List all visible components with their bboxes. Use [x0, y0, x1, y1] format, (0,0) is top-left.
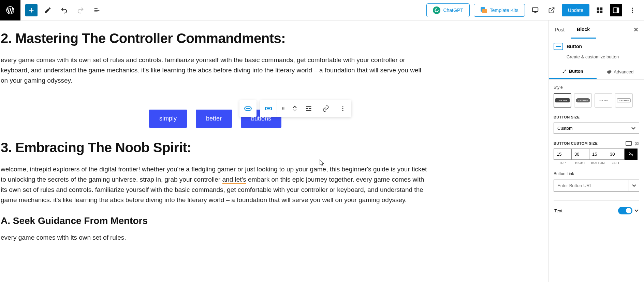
link-button[interactable] — [317, 100, 334, 117]
sidebar-tabs: Post Block ✕ — [549, 20, 644, 39]
chatgpt-button[interactable]: ChatGPT — [426, 3, 469, 17]
block-toolbar-main — [260, 100, 351, 117]
chevron-down-icon[interactable] — [634, 209, 639, 213]
text-toggle-label: Text — [554, 208, 562, 213]
custom-size-label: BUTTON CUSTOM SIZE — [554, 141, 598, 145]
svg-point-8 — [632, 10, 633, 11]
tab-post[interactable]: Post — [549, 22, 571, 38]
gear-icon — [607, 69, 612, 74]
close-sidebar[interactable]: ✕ — [628, 20, 644, 39]
preview-external-button[interactable] — [545, 4, 558, 16]
toolbar-right-group: ChatGPT Template Kits Update — [426, 3, 644, 17]
drag-handle[interactable] — [277, 100, 289, 117]
demo-button-simply[interactable]: simply — [149, 110, 187, 128]
link-expand-button[interactable] — [629, 180, 639, 192]
heading-a-mentors[interactable]: A. Seek Guidance From Mentors — [1, 215, 430, 226]
svg-rect-22 — [306, 106, 311, 107]
desktop-icon — [531, 6, 539, 14]
padding-right-input[interactable] — [571, 149, 589, 160]
subtab-advanced[interactable]: Advanced — [597, 64, 644, 79]
device-preview-button[interactable] — [529, 4, 541, 16]
edit-tool-button[interactable] — [42, 4, 54, 16]
template-kits-icon — [480, 7, 487, 14]
svg-rect-20 — [306, 108, 308, 109]
brush-icon — [562, 69, 567, 74]
demo-button-better[interactable]: better — [196, 110, 232, 128]
undo-button[interactable] — [58, 4, 70, 16]
heading-3-noob-spirit[interactable]: 3. Embracing The Noob Spirit: — [1, 140, 430, 155]
padding-left-input[interactable] — [607, 149, 625, 160]
svg-point-24 — [342, 106, 343, 107]
toolbar-left-group — [20, 4, 103, 16]
button-block-icon — [244, 104, 252, 113]
svg-point-17 — [283, 108, 284, 109]
paragraph-commandments[interactable]: every game comes with its own set of rul… — [1, 55, 430, 86]
button-link-input[interactable] — [554, 180, 629, 192]
text-toggle-row: Text — [554, 200, 639, 221]
align-button[interactable] — [300, 100, 317, 117]
chatgpt-label: ChatGPT — [443, 8, 463, 13]
sidebar-toggle-icon — [612, 6, 620, 14]
style-options: Click Here Click Here click here Click H… — [554, 93, 639, 108]
svg-rect-21 — [309, 108, 311, 109]
padding-labels: TOP RIGHT BOTTOM LEFT — [554, 161, 639, 165]
tab-block[interactable]: Block — [571, 21, 596, 39]
style-opt-outline[interactable]: Click Here — [615, 93, 633, 108]
plus-icon — [28, 6, 35, 14]
subtab-button-label: Button — [569, 69, 583, 74]
update-label: Update — [568, 8, 583, 13]
document-outline-button[interactable] — [91, 4, 103, 16]
paragraph-noob-spirit[interactable]: welcome, intrepid explorers of the digit… — [1, 164, 430, 205]
block-type-button-active[interactable] — [239, 100, 257, 117]
subtab-advanced-label: Advanced — [614, 69, 633, 74]
svg-rect-0 — [532, 8, 538, 11]
svg-point-15 — [283, 107, 284, 108]
blocks-icon — [596, 6, 603, 14]
style-opt-plain[interactable]: click here — [595, 93, 612, 108]
top-toolbar: ChatGPT Template Kits Update — [0, 0, 644, 20]
chevron-up-icon — [293, 105, 297, 108]
style-opt-pill[interactable]: Click Here — [574, 93, 592, 108]
buttons-block[interactable]: simply better buttons — [1, 110, 430, 128]
move-arrows[interactable] — [289, 100, 300, 117]
svg-rect-2 — [600, 7, 602, 10]
editor-canvas-scroll[interactable]: 2. Mastering The Controller Commandments… — [0, 20, 548, 282]
svg-point-14 — [282, 107, 283, 108]
more-options-button[interactable] — [626, 4, 639, 16]
svg-point-26 — [342, 110, 343, 111]
add-block-button[interactable] — [25, 4, 38, 16]
svg-rect-6 — [617, 8, 619, 13]
paragraph-mentors[interactable]: every game comes with its own set of rul… — [1, 232, 430, 243]
pad-bottom-label: BOTTOM — [589, 161, 607, 165]
update-button[interactable]: Update — [562, 4, 589, 16]
template-kits-button[interactable]: Template Kits — [474, 4, 525, 17]
button-outline-icon — [264, 104, 273, 113]
pad-top-label: TOP — [554, 161, 571, 165]
button-block-icon — [554, 43, 563, 50]
custom-size-header: BUTTON CUSTOM SIZE px — [554, 141, 639, 146]
padding-bottom-input[interactable] — [589, 149, 607, 160]
svg-point-16 — [282, 108, 283, 109]
block-more-options[interactable] — [334, 100, 351, 117]
subtab-button[interactable]: Button — [549, 64, 597, 79]
responsive-icon[interactable] — [626, 141, 632, 146]
unit-label: px — [634, 141, 639, 146]
style-opt-fill[interactable]: Click Here — [554, 93, 571, 108]
padding-top-input[interactable] — [554, 149, 571, 160]
plugin-elements-button[interactable] — [594, 4, 606, 16]
link-sides-toggle[interactable] — [625, 149, 638, 160]
outline-icon — [93, 6, 101, 14]
block-header: Button — [549, 39, 644, 54]
text-toggle[interactable] — [618, 207, 632, 214]
wordpress-logo[interactable] — [0, 0, 20, 20]
size-value: Custom — [557, 126, 573, 131]
redo-button[interactable] — [74, 4, 87, 16]
svg-rect-1 — [597, 7, 599, 10]
heading-2-commandments[interactable]: 2. Mastering The Controller Commandments… — [1, 31, 430, 46]
button-size-select[interactable]: Custom — [554, 123, 639, 134]
block-type-switch-button[interactable] — [260, 100, 277, 117]
wordpress-icon — [5, 5, 15, 15]
size-label: BUTTON SIZE — [554, 115, 639, 119]
settings-sidebar: Post Block ✕ Button Create & customize b… — [548, 20, 644, 282]
settings-panel-toggle[interactable] — [610, 4, 622, 16]
